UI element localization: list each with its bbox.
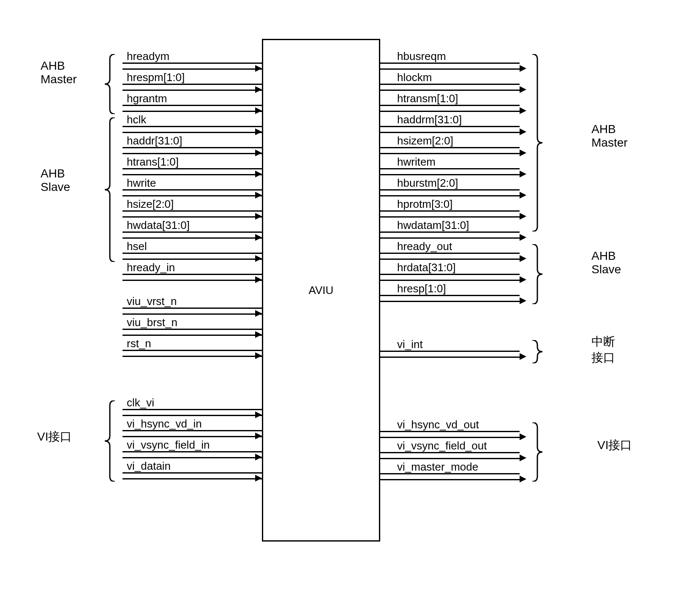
signal-underline [123,430,262,431]
group-label: VI接口 [597,437,632,453]
brace-icon [528,244,545,304]
signal-label: hclk [127,113,146,126]
signal-line [380,280,520,281]
signal-label: hrdata[31:0] [397,261,456,274]
signal-label: clk_vi [127,396,154,409]
signal-underline [380,189,520,191]
arrow-right-icon [255,411,262,418]
arrow-right-icon [255,86,262,93]
signal-label: hreadym [127,50,169,63]
signal-underline [123,84,262,85]
signal-underline [123,168,262,169]
arrow-right-icon [520,86,526,93]
signal-line [123,478,262,479]
signal-label: hprotm[3:0] [397,198,453,211]
signal-underline [380,210,520,212]
arrow-right-icon [520,213,526,220]
arrow-right-icon [520,255,526,262]
signal-line [123,68,262,70]
arrow-right-icon [255,475,262,482]
signal-underline [123,451,262,452]
signal-label: hrespm[1:0] [127,71,185,84]
arrow-right-icon [520,234,526,241]
signal-line [123,335,262,336]
signal-label: hsize[2:0] [127,198,174,211]
signal-label: haddr[31:0] [127,134,182,147]
signal-label: hwdata[31:0] [127,219,190,232]
signal-line [123,90,262,91]
signal-line [123,280,262,281]
signal-line [380,437,520,438]
group-label: AHBMaster [591,123,628,150]
arrow-right-icon [520,150,526,156]
signal-line [123,436,262,437]
arrow-right-icon [255,107,262,114]
signal-underline [123,189,262,191]
signal-label: hready_out [397,240,452,253]
arrow-right-icon [520,433,526,440]
signal-underline [123,274,262,275]
signal-line [380,479,520,480]
signal-underline [380,274,520,275]
signal-underline [380,147,520,148]
arrow-right-icon [520,171,526,177]
brace-icon [102,400,119,482]
signal-underline [123,472,262,474]
group-label: AHBSlave [591,249,621,276]
arrow-right-icon [255,234,262,241]
signal-label: viu_vrst_n [127,295,177,308]
arrow-right-icon [255,213,262,220]
signal-line [380,458,520,459]
arrow-right-icon [520,353,526,360]
signal-underline [123,253,262,254]
arrow-right-icon [255,150,262,156]
arrow-right-icon [255,255,262,262]
arrow-right-icon [255,276,262,283]
signal-label: hgrantm [127,92,167,105]
signal-line [380,301,520,302]
signal-line [123,195,262,196]
signal-line [123,313,262,315]
signal-line [123,415,262,416]
signal-underline [123,308,262,309]
signal-line [380,216,520,218]
signal-label: vi_vsync_field_in [127,438,210,452]
signal-line [380,174,520,175]
arrow-right-icon [520,107,526,114]
signal-underline [380,84,520,85]
signal-line [380,68,520,70]
signal-underline [123,350,262,351]
group-label: 中断接口 [591,334,615,366]
brace-icon [528,54,545,231]
signal-line [123,111,262,112]
signal-label: hwritem [397,155,436,169]
signal-label: hsel [127,240,147,253]
signal-line [380,237,520,239]
arrow-right-icon [520,128,526,135]
signal-label: hready_in [127,261,175,274]
signal-label: hlockm [397,71,432,84]
signal-underline [380,473,520,474]
signal-label: vi_datain [127,460,171,473]
signal-label: htrans[1:0] [127,155,179,169]
brace-icon [528,340,545,363]
brace-icon [102,54,119,114]
arrow-right-icon [255,128,262,135]
arrow-right-icon [255,433,262,439]
signal-underline [380,168,520,169]
signal-line [123,259,262,260]
signal-line [123,132,262,133]
signal-underline [380,231,520,233]
signal-underline [123,147,262,148]
signal-underline [123,409,262,410]
signal-line [123,174,262,175]
signal-label: hresp[1:0] [397,282,446,295]
arrow-right-icon [255,65,262,72]
group-label: AHBSlave [41,167,70,194]
signal-line [123,153,262,154]
aviu-block: AVIU [262,39,380,542]
signal-label: vi_master_mode [397,460,478,474]
signal-line [123,237,262,239]
arrow-right-icon [255,310,262,317]
arrow-right-icon [520,476,526,482]
